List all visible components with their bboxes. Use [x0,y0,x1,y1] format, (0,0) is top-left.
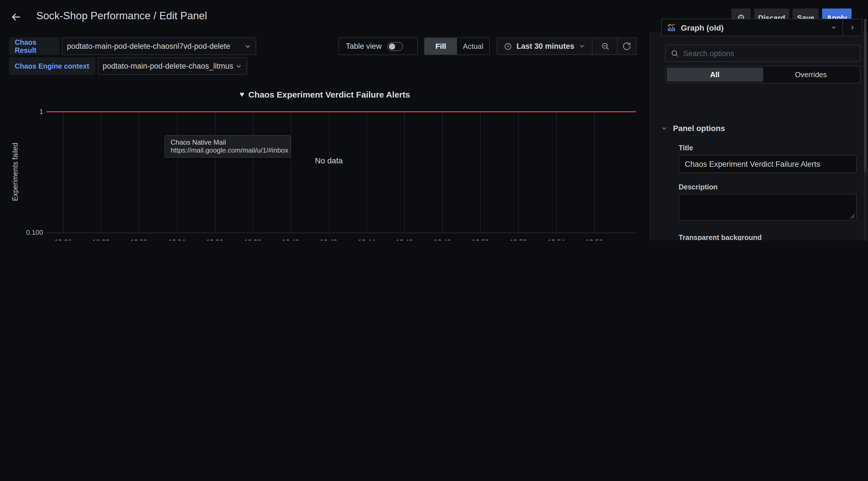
section-panel-options[interactable]: Panel options [661,124,725,133]
description-field[interactable] [685,198,850,217]
toggle-viz-pane-button[interactable] [843,24,862,31]
transparent-bg-label: Transparent background [679,234,762,241]
tooltip-url[interactable]: https://mail.google.com/mail/u/1/#inbox [170,146,285,154]
x-tick-label: 13:34 [168,238,185,241]
link-tooltip: Chaos Native Mail https://mail.google.co… [164,135,291,158]
title-input-field[interactable] [685,160,850,168]
resize-handle-icon[interactable] [850,214,855,219]
chevron-down-icon [825,24,842,31]
visualization-picker[interactable]: Graph (old) [661,19,862,36]
gridline [215,112,215,233]
x-tick-label: 13:46 [396,238,413,241]
scrollbar-thumb[interactable] [864,19,866,172]
title-input[interactable] [679,155,857,173]
arrow-left-icon [10,11,22,23]
no-data-label: No data [301,156,357,165]
y-tick-0100: 0.100 [17,229,43,237]
y-axis-label: Experiments failed [11,132,19,212]
x-tick-label: 13:38 [244,238,261,241]
x-tick-label: 13:56 [586,238,603,241]
gridline [518,112,519,233]
x-tick-label: 13:50 [472,238,489,241]
search-options-input[interactable] [683,49,855,58]
x-tick-label: 13:48 [434,238,451,241]
options-panel: Graph (old) All Overrides Panel options … [650,32,868,241]
x-axis-line [46,233,636,233]
page-title: Sock-Shop Performance / Edit Panel [36,10,207,22]
x-tick-label: 13:42 [320,238,337,241]
options-tabs: All Overrides [665,66,861,83]
gridline [480,112,481,233]
y-tick-1: 1 [17,108,43,116]
alert-threshold-line [46,111,636,112]
gridline [442,112,443,233]
gridline [594,112,595,233]
gridline [405,112,405,233]
gridline [63,112,63,233]
back-button[interactable] [8,9,24,25]
search-icon [671,49,679,57]
gridline [556,112,557,233]
options-scrollbar[interactable] [864,19,866,241]
section-title: Panel options [673,124,725,133]
description-textarea[interactable] [679,194,857,221]
x-tick-label: 13:40 [282,238,299,241]
gridline [177,112,178,233]
grafana-edit-panel: Sock-Shop Performance / Edit Panel ⚙ Dis… [0,0,868,241]
gridline [367,112,367,233]
search-options-box[interactable] [665,45,861,62]
chart-plot[interactable]: 1 0.100 Experiments failed 13:2813:3013:… [0,32,650,241]
title-label: Title [679,144,693,152]
visualization-name: Graph (old) [681,23,724,32]
gridline [139,112,140,233]
gridline [329,112,329,233]
chevron-down-icon [661,125,667,131]
x-tick-label: 13:32 [130,238,147,241]
tab-overrides[interactable]: Overrides [763,67,859,82]
x-tick-label: 13:36 [206,238,223,241]
tooltip-title: Chaos Native Mail [170,139,285,146]
x-tick-label: 13:54 [548,238,565,241]
x-axis-ticks: 13:2813:3013:3213:3413:3613:3813:4013:42… [0,238,650,241]
x-tick-label: 13:44 [358,238,375,241]
tab-all[interactable]: All [667,67,763,82]
canvas-area: Chaos Result podtato-main-pod-delete-cha… [0,32,650,241]
graph-chart-icon [667,23,676,32]
gridline [290,112,291,233]
x-tick-label: 13:30 [92,238,110,241]
description-label: Description [679,183,718,191]
gridline [253,112,253,233]
gridline [101,112,101,233]
x-tick-label: 13:28 [55,238,71,241]
x-tick-label: 13:52 [510,238,527,241]
